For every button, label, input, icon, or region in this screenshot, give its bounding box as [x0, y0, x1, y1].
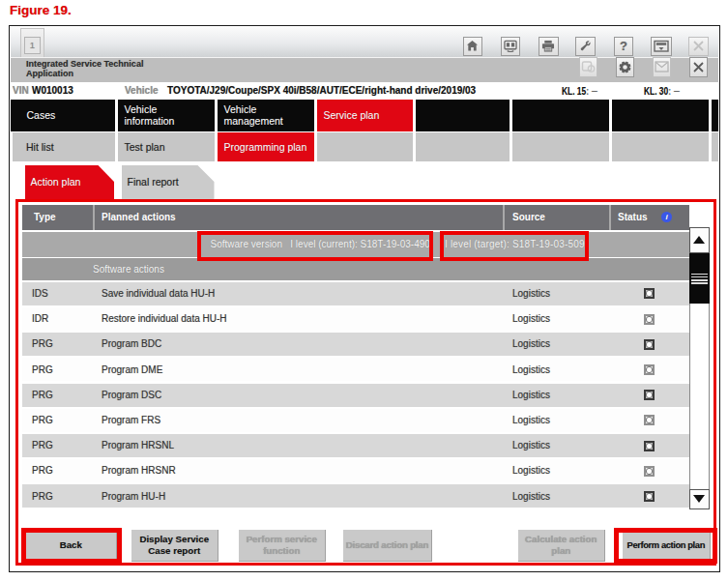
- svg-text:?: ?: [620, 39, 627, 53]
